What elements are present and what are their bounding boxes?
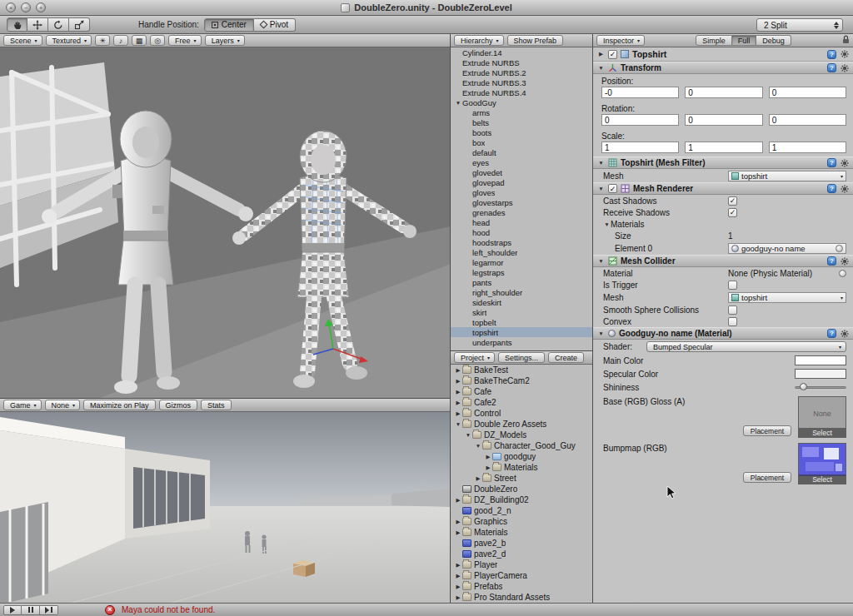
- disclosure-triangle[interactable]: ▼: [597, 65, 605, 71]
- project-item[interactable]: ▶BakeTest: [451, 365, 592, 375]
- aspect-dropdown[interactable]: None▾: [45, 400, 81, 410]
- project-item[interactable]: ▶Street: [451, 473, 592, 484]
- transform-section-header[interactable]: ▼ Transform ?: [593, 62, 853, 74]
- project-item[interactable]: ▶DZ_Building02: [451, 494, 592, 505]
- project-item[interactable]: ▶Materials: [451, 527, 592, 538]
- shader-dropdown[interactable]: Bumped Specular▾: [646, 341, 846, 352]
- smooth-sphere-checkbox[interactable]: [728, 306, 737, 315]
- convex-checkbox[interactable]: [728, 317, 737, 326]
- hierarchy-item[interactable]: legarmor: [451, 257, 592, 267]
- help-icon[interactable]: ?: [827, 50, 836, 59]
- hierarchy-item[interactable]: Cylinder.14: [451, 47, 592, 57]
- project-item[interactable]: ▶Prefabs: [451, 581, 592, 592]
- hierarchy-item[interactable]: topbelt: [451, 317, 592, 327]
- hierarchy-item[interactable]: topshirt: [451, 327, 592, 337]
- object-picker-icon[interactable]: [836, 245, 843, 252]
- hierarchy-item[interactable]: glovedet: [451, 167, 592, 177]
- gear-icon[interactable]: [840, 50, 849, 59]
- pivot-button[interactable]: Pivot: [254, 18, 296, 32]
- project-item[interactable]: ▶goodguy: [451, 451, 592, 462]
- help-icon[interactable]: ?: [827, 256, 836, 266]
- disclosure-triangle[interactable]: ▶: [454, 497, 462, 504]
- project-item[interactable]: pave2_b: [451, 538, 592, 549]
- project-item[interactable]: ▶Player: [451, 559, 592, 570]
- hierarchy-item[interactable]: eyes: [451, 157, 592, 167]
- mode-simple-tab[interactable]: Simple: [696, 35, 732, 46]
- base-texture-well[interactable]: None Select: [798, 396, 846, 438]
- scene-viewport[interactable]: [0, 47, 450, 398]
- scale-z-field[interactable]: [769, 142, 846, 153]
- lighting-toggle-button[interactable]: ☀: [95, 35, 110, 46]
- specular-color-swatch[interactable]: [795, 369, 846, 379]
- rotation-y-field[interactable]: [685, 114, 762, 126]
- close-button[interactable]: ×: [6, 2, 16, 12]
- collider-mesh-field[interactable]: topshirt ▾: [728, 292, 846, 303]
- mesh-collider-section-header[interactable]: ▼ Mesh Collider ?: [593, 255, 853, 267]
- disclosure-triangle[interactable]: ▼: [474, 443, 482, 449]
- element0-object-field[interactable]: goodguy-no name: [728, 243, 846, 254]
- game-view-menu[interactable]: Game▾: [3, 400, 42, 410]
- project-item[interactable]: DoubleZero: [451, 484, 592, 494]
- slider-thumb[interactable]: [800, 383, 807, 390]
- game-viewport[interactable]: [0, 412, 450, 603]
- project-item[interactable]: good_2_n: [451, 505, 592, 516]
- layout-split-dropdown[interactable]: 2 Split: [756, 18, 843, 32]
- mode-full-tab[interactable]: Full: [732, 35, 757, 46]
- inspector-menu[interactable]: Inspector▾: [596, 35, 645, 46]
- project-list[interactable]: ▶BakeTest▶BakeTheCam2▶Cafe▶Cafe2▶Control…: [451, 365, 592, 603]
- gear-icon[interactable]: [840, 329, 849, 338]
- disclosure-triangle[interactable]: ▶: [454, 378, 462, 385]
- materials-size-value[interactable]: 1: [728, 231, 733, 241]
- base-placement-button[interactable]: Placement: [743, 425, 791, 436]
- material-section-header[interactable]: ▼ Goodguy-no name (Material) ?: [593, 327, 853, 340]
- hierarchy-item[interactable]: belts: [451, 117, 592, 127]
- mode-debug-tab[interactable]: Debug: [756, 35, 791, 46]
- disclosure-triangle[interactable]: ▶: [454, 573, 462, 579]
- help-icon[interactable]: ?: [827, 329, 836, 338]
- disclosure-triangle[interactable]: ▶: [597, 51, 605, 57]
- hierarchy-item[interactable]: grenades: [451, 207, 592, 217]
- disclosure-triangle[interactable]: ▶: [454, 562, 462, 569]
- help-icon[interactable]: ?: [827, 158, 836, 167]
- hierarchy-item[interactable]: left_shoulder: [451, 247, 592, 257]
- gear-icon[interactable]: [840, 256, 849, 266]
- camera-mode-dropdown[interactable]: Free▾: [168, 35, 202, 46]
- disclosure-triangle[interactable]: ▼: [597, 160, 605, 166]
- scale-y-field[interactable]: [685, 142, 762, 153]
- draw-mode-dropdown[interactable]: Textured▾: [46, 35, 92, 46]
- disclosure-triangle[interactable]: ▼: [597, 186, 605, 191]
- disclosure-triangle[interactable]: ▶: [454, 529, 462, 536]
- active-checkbox[interactable]: [608, 50, 617, 59]
- disclosure-triangle[interactable]: ▶: [454, 519, 462, 525]
- disclosure-triangle[interactable]: ▼: [603, 221, 611, 227]
- disclosure-triangle[interactable]: ▶: [454, 400, 462, 406]
- hierarchy-item[interactable]: hoodstraps: [451, 237, 592, 247]
- help-icon[interactable]: ?: [827, 184, 836, 193]
- cast-shadows-checkbox[interactable]: [728, 196, 737, 206]
- show-prefab-button[interactable]: Show Prefab: [507, 35, 564, 46]
- hierarchy-item[interactable]: arms: [451, 107, 592, 117]
- error-icon[interactable]: ×: [105, 605, 115, 615]
- step-button[interactable]: [40, 605, 58, 615]
- project-item[interactable]: ▶BakeTheCam2: [451, 375, 592, 386]
- gear-icon[interactable]: [840, 63, 849, 72]
- hand-tool-button[interactable]: [7, 17, 27, 32]
- minimize-button[interactable]: −: [21, 2, 31, 12]
- maximize-on-play-button[interactable]: Maximize on Play: [83, 400, 156, 410]
- disclosure-triangle[interactable]: ▼: [597, 330, 605, 336]
- settings-button[interactable]: Settings...: [498, 352, 545, 363]
- hierarchy-item[interactable]: boots: [451, 127, 592, 137]
- disclosure-triangle[interactable]: ▶: [484, 454, 492, 460]
- disclosure-triangle[interactable]: ▼: [464, 432, 472, 438]
- audio-toggle-button[interactable]: ♪: [113, 35, 128, 46]
- mesh-filter-section-header[interactable]: ▼ Topshirt (Mesh Filter) ?: [593, 156, 853, 169]
- main-color-swatch[interactable]: [795, 355, 846, 365]
- stats-button[interactable]: Stats: [201, 400, 232, 410]
- hierarchy-item[interactable]: Extrude NURBS.4: [451, 87, 592, 97]
- bumpmap-placement-button[interactable]: Placement: [743, 472, 791, 483]
- help-icon[interactable]: ?: [827, 63, 836, 72]
- project-item[interactable]: ▶Pro Standard Assets: [451, 592, 592, 603]
- scene-view-menu[interactable]: Scene▾: [3, 35, 42, 46]
- bumpmap-texture-well[interactable]: Select: [798, 443, 846, 484]
- position-y-field[interactable]: [685, 87, 762, 98]
